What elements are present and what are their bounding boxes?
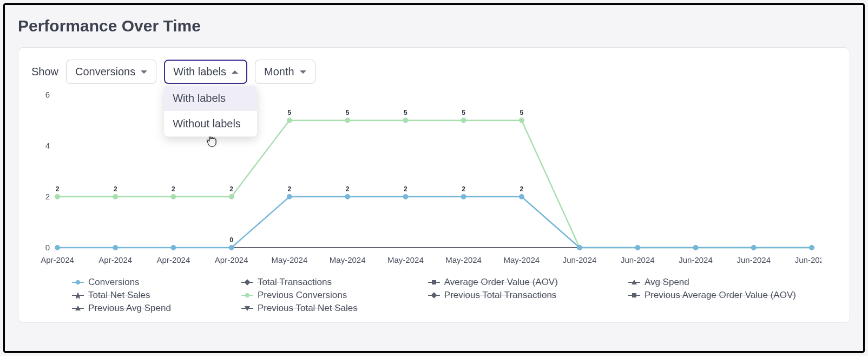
- svg-point-9: [287, 118, 292, 123]
- legend-item-label: Total Net Sales: [88, 290, 150, 301]
- svg-point-40: [751, 245, 756, 250]
- svg-point-7: [171, 195, 176, 199]
- metric-dropdown-wrap: Conversions: [66, 60, 156, 84]
- svg-point-38: [635, 245, 640, 250]
- svg-text:2: 2: [346, 185, 350, 193]
- svg-point-36: [519, 195, 524, 199]
- svg-point-39: [693, 245, 698, 250]
- metric-dropdown-value: Conversions: [75, 66, 135, 78]
- svg-text:6: 6: [45, 90, 50, 99]
- legend-item-label: Conversions: [88, 277, 140, 288]
- legend-marker-icon: [241, 305, 253, 312]
- labels-dropdown-wrap: With labels With labels Without labels: [164, 60, 247, 84]
- legend-marker-icon: [72, 279, 84, 286]
- svg-point-8: [229, 195, 234, 199]
- svg-text:2: 2: [404, 185, 407, 193]
- svg-text:May-2024: May-2024: [272, 255, 308, 264]
- svg-point-30: [171, 245, 176, 250]
- labels-option-with[interactable]: With labels: [164, 86, 257, 111]
- legend-marker-icon: [72, 305, 84, 312]
- app-frame: Performance Over Time Show Conversions W…: [3, 3, 865, 353]
- granularity-dropdown[interactable]: Month: [255, 60, 315, 84]
- svg-point-73: [245, 293, 249, 297]
- svg-text:2: 2: [229, 185, 233, 193]
- svg-point-33: [345, 195, 350, 199]
- svg-text:0: 0: [229, 236, 233, 244]
- svg-point-10: [345, 118, 350, 123]
- legend-item[interactable]: Previous Average Order Value (AOV): [628, 290, 796, 301]
- svg-text:Jun-2024: Jun-2024: [795, 255, 821, 264]
- legend-item[interactable]: Avg Spend: [628, 277, 796, 288]
- svg-rect-75: [431, 292, 437, 298]
- svg-point-6: [113, 195, 118, 199]
- granularity-dropdown-wrap: Month: [255, 60, 315, 84]
- svg-text:Apr-2024: Apr-2024: [98, 255, 132, 264]
- svg-point-35: [461, 195, 466, 199]
- svg-text:Apr-2024: Apr-2024: [157, 255, 190, 264]
- granularity-dropdown-value: Month: [264, 66, 294, 78]
- svg-rect-65: [244, 279, 250, 285]
- svg-point-29: [113, 245, 118, 250]
- legend-item-label: Avg Spend: [645, 277, 689, 288]
- legend-marker-icon: [72, 292, 84, 299]
- svg-text:May-2024: May-2024: [503, 255, 540, 264]
- line-chart: 0246222255555022222Apr-2024Apr-2024Apr-2…: [31, 87, 837, 271]
- svg-text:5: 5: [462, 109, 465, 116]
- svg-rect-67: [432, 280, 436, 284]
- svg-text:5: 5: [404, 109, 407, 116]
- svg-text:May-2024: May-2024: [445, 255, 482, 264]
- svg-rect-77: [632, 293, 636, 297]
- metric-dropdown[interactable]: Conversions: [66, 60, 156, 84]
- svg-text:5: 5: [346, 109, 350, 116]
- legend-marker-icon: [628, 292, 640, 299]
- svg-point-13: [519, 118, 524, 123]
- legend-item[interactable]: Conversions: [72, 277, 171, 288]
- legend-item[interactable]: Total Transactions: [241, 277, 358, 288]
- svg-text:May-2024: May-2024: [330, 255, 366, 264]
- svg-text:2: 2: [172, 185, 175, 193]
- svg-text:Apr-2024: Apr-2024: [215, 255, 248, 264]
- labels-dropdown-value: With labels: [173, 66, 226, 78]
- svg-text:2: 2: [56, 185, 60, 193]
- show-label: Show: [31, 66, 58, 78]
- legend-marker-icon: [428, 279, 440, 286]
- svg-text:Jun-2024: Jun-2024: [621, 255, 655, 264]
- svg-point-31: [229, 245, 234, 250]
- labels-option-without[interactable]: Without labels: [164, 111, 257, 137]
- svg-point-11: [403, 118, 408, 123]
- svg-text:May-2024: May-2024: [387, 255, 424, 264]
- legend-marker-icon: [241, 292, 253, 299]
- labels-dropdown-menu: With labels Without labels: [164, 86, 257, 137]
- svg-text:Jun-2024: Jun-2024: [679, 255, 713, 264]
- svg-text:2: 2: [114, 185, 117, 193]
- legend-item[interactable]: Previous Conversions: [241, 290, 358, 301]
- svg-point-12: [461, 118, 466, 123]
- chevron-down-icon: [300, 70, 306, 74]
- labels-dropdown[interactable]: With labels: [164, 60, 247, 84]
- svg-marker-71: [74, 292, 82, 299]
- svg-text:Jun-2024: Jun-2024: [563, 255, 597, 264]
- legend-item[interactable]: Previous Total Net Sales: [241, 303, 358, 314]
- svg-point-41: [810, 245, 814, 250]
- svg-text:4: 4: [45, 141, 50, 150]
- legend-marker-icon: [428, 292, 440, 299]
- svg-text:2: 2: [288, 185, 292, 193]
- legend-item-label: Total Transactions: [258, 277, 332, 288]
- legend-marker-icon: [628, 279, 640, 286]
- svg-text:0: 0: [45, 243, 50, 252]
- svg-point-32: [287, 195, 292, 199]
- legend-item[interactable]: Total Net Sales: [72, 290, 171, 301]
- legend-item-label: Previous Total Net Sales: [258, 303, 358, 314]
- chevron-up-icon: [232, 70, 238, 74]
- svg-text:2: 2: [45, 192, 50, 201]
- chart-legend: ConversionsTotal TransactionsAverage Ord…: [31, 271, 837, 314]
- svg-point-34: [403, 195, 408, 199]
- page-title: Performance Over Time: [18, 17, 850, 35]
- legend-item[interactable]: Average Order Value (AOV): [428, 277, 558, 288]
- legend-item[interactable]: Previous Avg Spend: [72, 303, 171, 314]
- svg-text:Apr-2024: Apr-2024: [41, 255, 74, 264]
- svg-point-63: [76, 280, 80, 284]
- legend-item[interactable]: Previous Total Transactions: [428, 290, 558, 301]
- svg-text:2: 2: [462, 185, 465, 193]
- chart-controls: Show Conversions With labels With labels…: [31, 60, 837, 84]
